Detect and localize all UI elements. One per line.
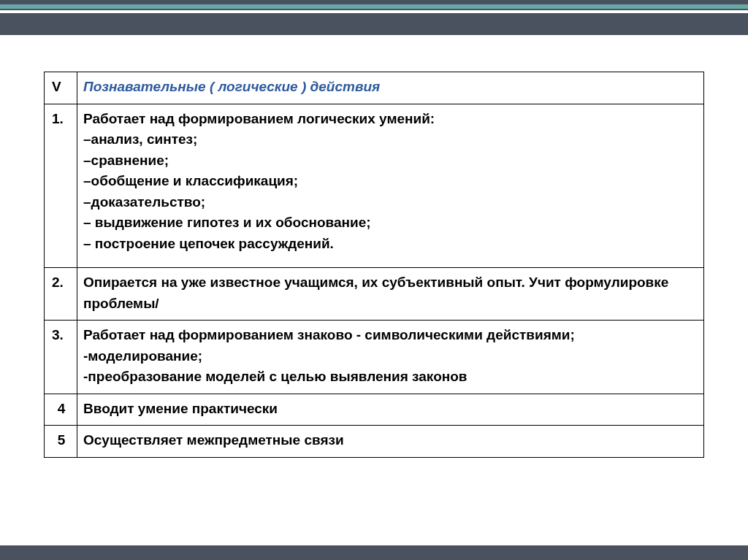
row-line: Опирается на уже известное учащимся, их … (83, 275, 668, 311)
row-num: 5 (45, 426, 77, 458)
row-line: Работает над формированием знаково - сим… (83, 325, 698, 346)
header-title: Познавательные ( логические ) действия (83, 79, 380, 94)
row-line: -моделирование; (83, 346, 698, 367)
row-line: – выдвижение гипотез и их обоснование; (83, 212, 698, 234)
row-num: 3. (45, 321, 77, 394)
table-row: 1. Работает над формированием логических… (45, 104, 704, 268)
row-line: –доказательство; (83, 192, 698, 213)
row-line: – построение цепочек рассуждений. (83, 234, 698, 255)
table-row: 2. Опирается на уже известное учащимся, … (45, 268, 704, 321)
row-content: Работает над формированием логических ум… (77, 104, 704, 268)
header-num: V (45, 72, 77, 104)
row-line: –сравнение; (83, 150, 698, 172)
row-content: Опирается на уже известное учащимся, их … (77, 268, 704, 321)
row-num: 1. (45, 104, 77, 268)
row-line: Работает над формированием логических ум… (83, 109, 698, 130)
top-decoration-bar (0, 0, 748, 35)
bottom-decoration-bar (0, 545, 748, 560)
row-content: Работает над формированием знаково - сим… (77, 321, 704, 394)
row-line: –обобщение и классификация; (83, 171, 698, 192)
content-table: V Познавательные ( логические ) действия… (44, 72, 704, 458)
row-content: Вводит умение практически (77, 394, 704, 426)
row-line: -преобразование моделей с целью выявлени… (83, 367, 698, 388)
row-line: Осуществляет межпредметные связи (83, 432, 344, 448)
row-num: 2. (45, 268, 77, 321)
row-spacer (83, 254, 698, 261)
table-row: 3. Работает над формированием знаково - … (45, 321, 704, 394)
header-title-cell: Познавательные ( логические ) действия (77, 72, 704, 104)
row-line: –анализ, синтез; (83, 129, 698, 150)
table-header-row: V Познавательные ( логические ) действия (45, 72, 704, 104)
slide-content: V Познавательные ( логические ) действия… (0, 35, 748, 458)
row-content: Осуществляет межпредметные связи (77, 426, 704, 458)
table-row: 4 Вводит умение практически (45, 394, 704, 426)
row-num: 4 (45, 394, 77, 426)
row-line: Вводит умение практически (83, 401, 278, 416)
table-row: 5 Осуществляет межпредметные связи (45, 426, 704, 458)
